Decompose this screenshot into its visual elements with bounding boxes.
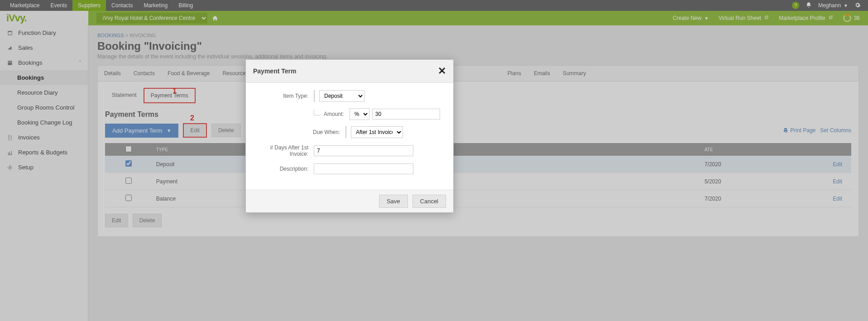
- amount-input[interactable]: [372, 109, 440, 120]
- item-type-select[interactable]: Deposit: [319, 90, 364, 102]
- save-button[interactable]: Save: [379, 195, 408, 208]
- indent-bracket-icon: [314, 109, 320, 115]
- due-when-label: Due When:: [255, 129, 345, 135]
- close-icon[interactable]: ✕: [438, 65, 446, 77]
- payment-term-modal: Payment Term ✕ Item Type: Deposit Amount…: [245, 59, 454, 213]
- amount-label: Amount:: [324, 111, 350, 117]
- amount-unit-select[interactable]: %: [350, 108, 369, 120]
- days-label: # Days After 1st Invoice:: [255, 144, 314, 157]
- due-when-select[interactable]: After 1st Invoice: [351, 126, 403, 138]
- modal-title: Payment Term: [253, 67, 296, 75]
- days-input[interactable]: [314, 145, 413, 156]
- description-label: Description:: [255, 166, 314, 172]
- description-input[interactable]: [314, 163, 413, 174]
- cancel-button[interactable]: Cancel: [412, 195, 446, 208]
- item-type-label: Item Type:: [255, 93, 314, 99]
